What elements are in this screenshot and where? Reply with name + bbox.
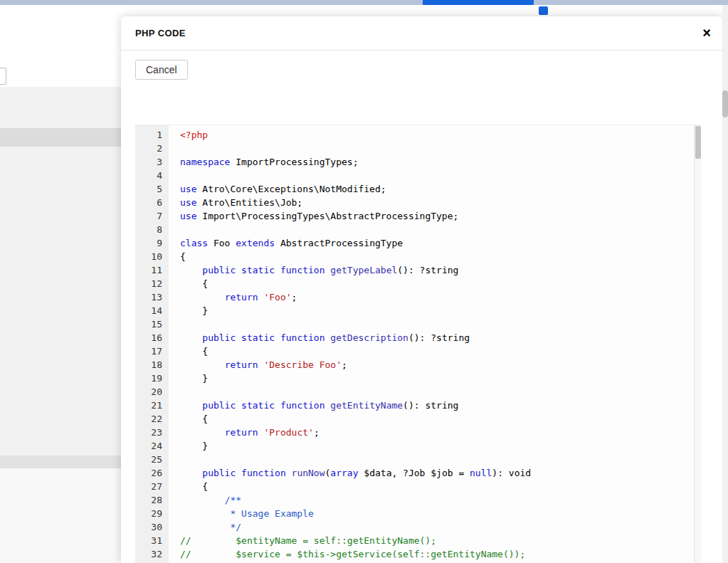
code-line: public static function getTypeLabel(): ?… [180, 263, 701, 277]
code-line: { [180, 480, 701, 493]
code-line: // $service = $this->getService(self::ge… [180, 547, 701, 561]
line-number: 19 [135, 372, 162, 385]
editor-scrollbar[interactable] [694, 125, 701, 563]
modal-header: PHP CODE × [121, 16, 722, 51]
line-number: 10 [135, 250, 162, 263]
line-number: 29 [135, 507, 162, 520]
line-number: 12 [135, 277, 162, 290]
line-number: 6 [135, 196, 162, 209]
code-line: { [180, 344, 701, 358]
code-line [180, 142, 701, 155]
code-line: } [180, 372, 701, 385]
progress-fill [423, 0, 534, 5]
line-number: 23 [135, 426, 162, 439]
line-number: 26 [135, 466, 162, 480]
code-line [180, 169, 701, 182]
code-line: class Foo extends AbstractProcessingType [180, 236, 701, 250]
code-line: use Atro\Entities\Job; [180, 196, 701, 209]
php-code-modal: PHP CODE × Cancel 1234567891011121314151… [121, 16, 722, 563]
line-number: 14 [135, 304, 162, 317]
code-line: */ [180, 520, 701, 534]
editor-scrollbar-thumb[interactable] [695, 126, 701, 159]
line-number: 27 [135, 480, 162, 493]
background-page-area [0, 468, 121, 563]
line-number: 22 [135, 412, 162, 426]
line-number: 13 [135, 290, 162, 304]
code-line: /** [180, 493, 701, 507]
code-line: { [180, 250, 701, 263]
line-number: 21 [135, 399, 162, 412]
line-number: 9 [135, 236, 162, 250]
progress-track [0, 0, 728, 5]
background-edge-box [0, 68, 6, 85]
editor-gutter: 1234567891011121314151617181920212223242… [135, 125, 169, 563]
close-icon[interactable]: × [702, 24, 711, 41]
line-number: 4 [135, 169, 162, 182]
browser-scrollbar-thumb[interactable] [722, 90, 728, 117]
line-number: 5 [135, 182, 162, 196]
background-blue-element [539, 6, 548, 15]
code-line: { [180, 412, 701, 426]
code-line: return 'Foo'; [180, 290, 701, 304]
code-line: public function runNow(array $data, ?Job… [180, 466, 701, 480]
background-row-band [0, 128, 121, 147]
code-line: } [180, 304, 701, 317]
line-number: 31 [135, 534, 162, 547]
code-line: return 'Describe Foo'; [180, 358, 701, 372]
browser-scrollbar[interactable] [722, 0, 728, 563]
code-line: return 'Product'; [180, 426, 701, 439]
code-line: <?php [180, 128, 701, 142]
code-line [180, 317, 701, 331]
line-number: 28 [135, 493, 162, 507]
code-line: { [180, 277, 701, 290]
line-number: 18 [135, 358, 162, 372]
editor-content[interactable]: <?phpnamespace ImportProcessingTypes;use… [169, 125, 701, 563]
line-number: 30 [135, 520, 162, 534]
code-editor[interactable]: 1234567891011121314151617181920212223242… [135, 125, 701, 563]
cancel-button[interactable]: Cancel [135, 60, 188, 80]
code-line: public static function getEntityName(): … [180, 399, 701, 412]
code-line: namespace ImportProcessingTypes; [180, 155, 701, 169]
code-line: * Usage Example [180, 507, 701, 520]
code-line: use Atro\Core\Exceptions\NotModified; [180, 182, 701, 196]
modal-title: PHP CODE [135, 16, 708, 51]
code-line: } [180, 439, 701, 453]
line-number: 15 [135, 317, 162, 331]
line-number: 1 [135, 128, 162, 142]
line-number: 16 [135, 331, 162, 344]
line-number: 3 [135, 155, 162, 169]
line-number: 2 [135, 142, 162, 155]
code-line [180, 223, 701, 236]
code-line: public static function getDescription():… [180, 331, 701, 344]
line-number: 32 [135, 547, 162, 561]
code-line: // $entityName = self::getEntityName(); [180, 534, 701, 547]
line-number: 25 [135, 453, 162, 466]
code-line [180, 385, 701, 399]
line-number: 20 [135, 385, 162, 399]
code-line: use Import\ProcessingTypes\AbstractProce… [180, 209, 701, 223]
line-number: 8 [135, 223, 162, 236]
code-line [180, 453, 701, 466]
line-number: 11 [135, 263, 162, 277]
line-number: 7 [135, 209, 162, 223]
line-number: 17 [135, 344, 162, 358]
background-row-band [0, 456, 121, 468]
line-number: 24 [135, 439, 162, 453]
